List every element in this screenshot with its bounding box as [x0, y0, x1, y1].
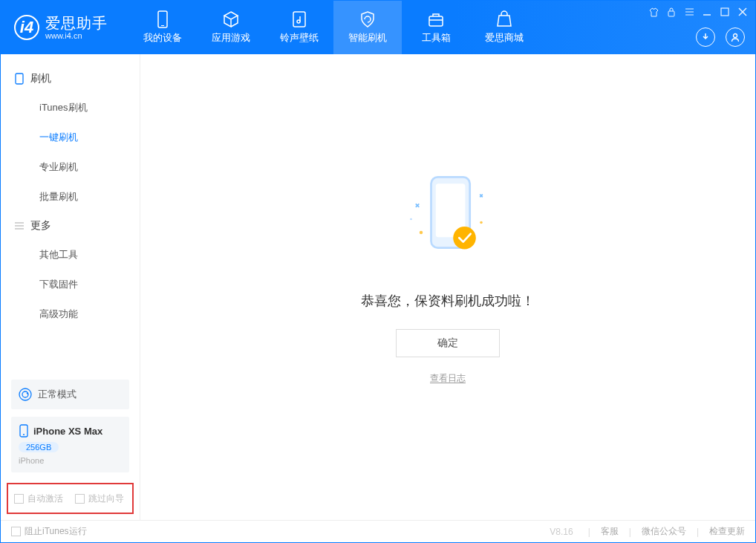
success-message: 恭喜您，保资料刷机成功啦！: [361, 292, 535, 310]
confirm-button[interactable]: 确定: [396, 329, 500, 357]
list-icon: [14, 221, 25, 230]
svg-point-21: [23, 434, 25, 435]
tab-store[interactable]: 爱思商城: [470, 1, 538, 54]
window-controls: [648, 7, 748, 17]
checkbox-icon: [14, 494, 24, 504]
app-title: 爱思助手: [45, 16, 108, 30]
wechat-link[interactable]: 微信公众号: [642, 525, 686, 538]
sidebar-item-batch-flash[interactable]: 批量刷机: [1, 182, 140, 212]
bag-icon: [495, 10, 513, 28]
sidebar-item-advanced[interactable]: 高级功能: [1, 299, 140, 329]
phone-outline-icon: [19, 424, 29, 438]
logo-icon: i4: [14, 15, 39, 40]
tab-toolbox[interactable]: 工具箱: [402, 1, 470, 54]
close-icon[interactable]: [737, 7, 748, 17]
download-icon[interactable]: [696, 27, 715, 47]
user-icon[interactable]: [726, 27, 745, 47]
check-update-link[interactable]: 检查更新: [709, 525, 745, 538]
device-storage: 256GB: [19, 442, 59, 452]
music-file-icon: [290, 10, 308, 28]
view-log-link[interactable]: 查看日志: [430, 372, 466, 385]
svg-rect-4: [429, 16, 443, 26]
phone-icon: [154, 10, 172, 28]
app-header: i4 爱思助手 www.i4.cn 我的设备 应用游戏 铃声壁纸 智能刷机 工具…: [1, 1, 755, 54]
status-bar: 阻止iTunes运行 V8.16 | 客服 | 微信公众号 | 检查更新: [1, 520, 755, 542]
svg-point-3: [297, 20, 300, 23]
tab-my-device[interactable]: 我的设备: [128, 1, 197, 54]
sidebar-item-itunes-flash[interactable]: iTunes刷机: [1, 93, 140, 123]
tab-flash[interactable]: 智能刷机: [333, 1, 402, 54]
menu-icon[interactable]: [684, 7, 694, 17]
sidebar-item-other-tools[interactable]: 其他工具: [1, 240, 140, 270]
tab-ringtones[interactable]: 铃声壁纸: [265, 1, 333, 54]
checkbox-icon: [11, 527, 21, 536]
app-logo: i4 爱思助手 www.i4.cn: [14, 15, 108, 40]
svg-point-25: [420, 231, 423, 235]
checkbox-auto-activate[interactable]: 自动激活: [14, 492, 63, 505]
sidebar-item-pro-flash[interactable]: 专业刷机: [1, 152, 140, 182]
sidebar-item-download-firmware[interactable]: 下载固件: [1, 270, 140, 299]
mode-indicator[interactable]: 正常模式: [11, 380, 129, 409]
svg-rect-2: [293, 12, 305, 27]
app-url: www.i4.cn: [45, 32, 108, 40]
svg-point-24: [453, 227, 476, 250]
checkbox-block-itunes[interactable]: 阻止iTunes运行: [11, 525, 87, 538]
maximize-icon[interactable]: [720, 7, 730, 17]
main-nav: 我的设备 应用游戏 铃声壁纸 智能刷机 工具箱 爱思商城: [128, 1, 538, 54]
tab-apps[interactable]: 应用游戏: [197, 1, 265, 54]
device-type: iPhone: [19, 456, 122, 465]
device-icon: [14, 73, 25, 85]
svg-point-14: [734, 34, 737, 38]
header-actions: [696, 27, 745, 47]
svg-rect-6: [668, 11, 674, 16]
svg-rect-15: [16, 74, 23, 84]
svg-point-26: [480, 221, 483, 224]
device-name-text: iPhone XS Max: [33, 426, 102, 437]
toolbox-icon: [427, 10, 445, 28]
success-illustration: [381, 160, 515, 279]
version-text: V8.16: [550, 527, 573, 537]
checkbox-icon: [75, 494, 85, 504]
cube-icon: [222, 10, 240, 28]
svg-point-19: [19, 388, 31, 400]
main-content: 恭喜您，保资料刷机成功啦！ 确定 查看日志: [140, 54, 755, 520]
sidebar-item-oneclick-flash[interactable]: 一键刷机: [1, 123, 140, 152]
svg-point-27: [410, 218, 412, 221]
support-link[interactable]: 客服: [601, 525, 619, 538]
lock-icon[interactable]: [666, 7, 677, 17]
options-highlight-box: 自动激活 跳过向导: [7, 483, 134, 514]
svg-rect-11: [721, 8, 729, 16]
shield-refresh-icon: [359, 10, 377, 28]
svg-rect-1: [161, 25, 164, 26]
sidebar: 刷机 iTunes刷机 一键刷机 专业刷机 批量刷机 更多 其他工具 下载固件 …: [1, 54, 140, 520]
sync-icon: [19, 388, 32, 401]
sidebar-group-more: 更多: [1, 212, 140, 240]
shirt-icon[interactable]: [648, 7, 659, 17]
minimize-icon[interactable]: [702, 7, 712, 17]
svg-rect-0: [158, 11, 167, 27]
sidebar-group-flash: 刷机: [1, 65, 140, 93]
device-info[interactable]: iPhone XS Max 256GB iPhone: [11, 417, 129, 472]
checkbox-skip-guide[interactable]: 跳过向导: [75, 492, 124, 505]
